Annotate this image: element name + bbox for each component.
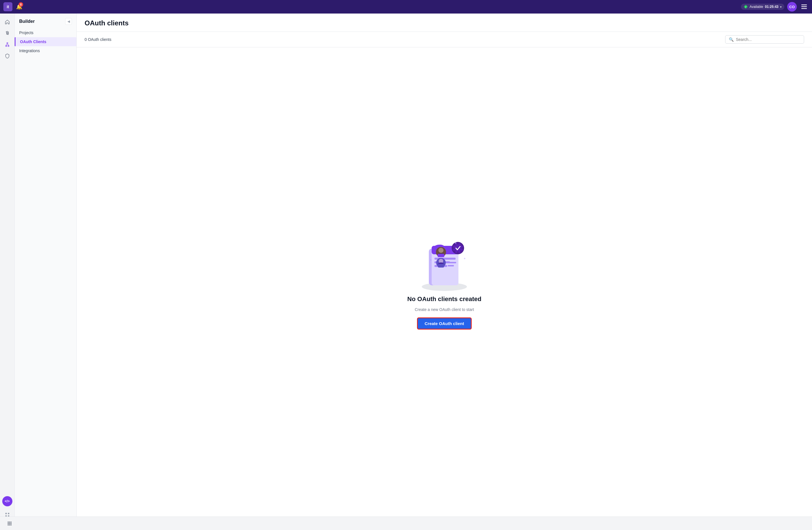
content-body: No OAuth clients created Create a new OA… [77, 47, 812, 516]
topbar-right: ✓ Available 01:25:43 ▾ CO [741, 2, 809, 12]
sidebar-icon-shield[interactable] [2, 51, 12, 61]
oauth-count-label: 0 OAuth clients [85, 37, 111, 42]
hamburger-menu-button[interactable] [800, 2, 809, 11]
svg-rect-39 [457, 251, 459, 254]
page-title: OAuth clients [85, 19, 129, 27]
svg-rect-2 [801, 4, 807, 5]
svg-text:✓: ✓ [745, 6, 746, 8]
hamburger-icon [801, 4, 807, 9]
collapse-sidebar-button[interactable]: ◀ [65, 18, 72, 25]
notification-button[interactable]: 🔔 8 [15, 2, 24, 11]
svg-point-8 [7, 43, 8, 44]
svg-rect-3 [801, 6, 807, 7]
dev-icon-wrapper: </> [2, 496, 12, 506]
dev-icon-button[interactable]: </> [2, 496, 12, 506]
svg-point-55 [11, 524, 12, 526]
svg-rect-35 [457, 242, 459, 245]
logo-icon[interactable]: it [3, 2, 12, 11]
availability-button[interactable]: ✓ Available 01:25:43 ▾ [741, 4, 784, 10]
icon-sidebar: </> [0, 14, 15, 516]
sidebar-item-projects[interactable]: Projects [15, 28, 76, 37]
svg-rect-37 [461, 248, 464, 249]
notification-badge: 8 [19, 2, 23, 7]
oauth-illustration [416, 235, 473, 291]
topbar: it 🔔 8 ✓ Available 01:25:43 ▾ CO [0, 0, 812, 14]
grid-dots-icon [7, 521, 12, 526]
content-sidebar: Builder ◀ Projects OAuth Clients Integra… [15, 14, 77, 516]
search-input[interactable] [736, 37, 800, 42]
search-icon: 🔍 [729, 37, 734, 42]
svg-point-49 [11, 521, 12, 523]
empty-state-title: No OAuth clients created [407, 295, 481, 303]
svg-rect-4 [801, 8, 807, 9]
grid-dots-button[interactable] [4, 518, 15, 529]
svg-point-24 [438, 248, 444, 253]
bottom-dots-wrapper [2, 507, 12, 513]
chevron-down-icon: ▾ [780, 5, 782, 9]
search-box[interactable]: 🔍 [725, 35, 804, 44]
svg-point-50 [8, 523, 9, 524]
sidebar-item-oauth-clients[interactable]: OAuth Clients [15, 37, 76, 46]
svg-point-51 [9, 523, 10, 524]
empty-state: No OAuth clients created Create a new OA… [407, 235, 481, 329]
svg-point-46 [430, 259, 431, 261]
svg-rect-10 [8, 513, 9, 514]
main-content: OAuth clients 0 OAuth clients 🔍 [77, 14, 812, 516]
sidebar-icon-grid[interactable] [2, 510, 12, 516]
svg-point-52 [11, 523, 12, 524]
sidebar-item-integrations[interactable]: Integrations [15, 46, 76, 55]
sidebar-icon-deploy[interactable] [2, 40, 12, 49]
main-layout: </> Builder ◀ Projects OAuth Clients Int… [0, 14, 812, 516]
bottom-bar [0, 516, 812, 530]
svg-point-47 [8, 521, 9, 523]
svg-point-48 [9, 521, 10, 523]
svg-point-53 [8, 524, 9, 526]
create-oauth-client-button[interactable]: Create OAuth client [417, 318, 472, 329]
svg-rect-41 [452, 248, 454, 249]
svg-point-7 [8, 45, 9, 46]
svg-rect-9 [5, 513, 7, 514]
sidebar-header: Builder ◀ [15, 18, 76, 28]
svg-rect-31 [448, 262, 456, 263]
svg-point-44 [455, 242, 456, 244]
content-toolbar: 0 OAuth clients 🔍 [77, 32, 812, 47]
svg-point-45 [464, 258, 465, 259]
availability-time: 01:25:43 [765, 5, 779, 9]
content-header: OAuth clients [77, 14, 812, 32]
availability-diamond-icon: ✓ [744, 5, 748, 9]
sidebar-title: Builder [19, 19, 35, 24]
empty-state-subtitle: Create a new OAuth client to start [415, 307, 474, 312]
availability-label: Available [750, 5, 763, 9]
sidebar-icon-settings[interactable] [2, 28, 12, 38]
svg-rect-25 [438, 254, 444, 257]
topbar-left: it 🔔 8 [3, 2, 24, 11]
svg-rect-32 [448, 265, 454, 266]
illustration [416, 235, 473, 291]
avatar-button[interactable]: CO [787, 2, 797, 12]
sidebar-nav: Projects OAuth Clients Integrations [15, 28, 76, 55]
svg-point-54 [9, 524, 10, 526]
sidebar-icon-home[interactable] [2, 17, 12, 27]
svg-point-6 [6, 45, 7, 46]
svg-rect-30 [438, 264, 444, 267]
